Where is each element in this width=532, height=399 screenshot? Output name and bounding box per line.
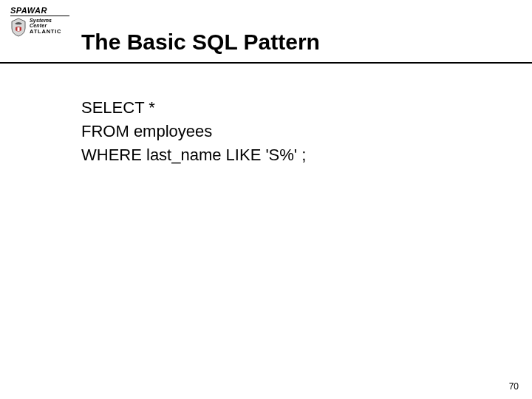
slide-body: SELECT * FROM employees WHERE last_name …	[81, 96, 306, 167]
slide-title: The Basic SQL Pattern	[81, 30, 320, 55]
brand-sub-line1b: Center	[30, 23, 61, 28]
sql-line-3: WHERE last_name LIKE 'S%' ;	[81, 143, 306, 167]
brand-sub-line1a: Systems	[30, 18, 61, 23]
brand-sub-line2: ATLANTIC	[30, 29, 61, 35]
brand-subblock: Systems Center ATLANTIC	[10, 18, 69, 37]
brand-name: SPAWAR	[10, 6, 69, 16]
sql-line-1: SELECT *	[81, 96, 306, 120]
brand-logo: SPAWAR Systems Center ATLANTIC	[10, 6, 69, 37]
sql-line-2: FROM employees	[81, 120, 306, 143]
eagle-shield-icon	[10, 18, 27, 37]
brand-subtext: Systems Center ATLANTIC	[30, 18, 61, 35]
page-number: 70	[509, 381, 519, 392]
title-rule	[0, 62, 532, 64]
svg-rect-0	[18, 27, 20, 31]
